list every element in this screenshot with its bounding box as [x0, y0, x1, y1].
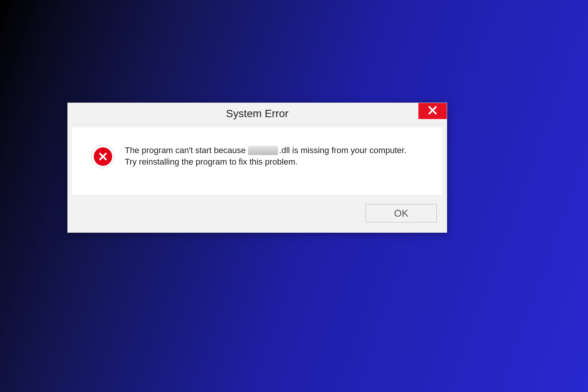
close-button[interactable] — [418, 103, 447, 119]
error-icon-circle — [91, 145, 115, 168]
dialog-button-row: OK — [68, 196, 447, 232]
close-icon — [428, 105, 438, 117]
redacted-dll-name — [248, 146, 278, 155]
dialog-body: The program can't start because .dll is … — [72, 127, 443, 196]
ok-button[interactable]: OK — [366, 204, 437, 222]
message-line-2: Try reinstalling the program to fix this… — [125, 156, 298, 168]
message-part-1: The program can't start because — [125, 145, 246, 156]
error-icon — [94, 147, 112, 166]
error-dialog: System Error The program can't start bec… — [67, 103, 447, 233]
dialog-titlebar: System Error — [68, 103, 447, 124]
error-message: The program can't start because .dll is … — [125, 145, 431, 167]
dialog-title: System Error — [226, 108, 288, 120]
message-part-2: .dll is missing from your computer. — [279, 145, 407, 156]
